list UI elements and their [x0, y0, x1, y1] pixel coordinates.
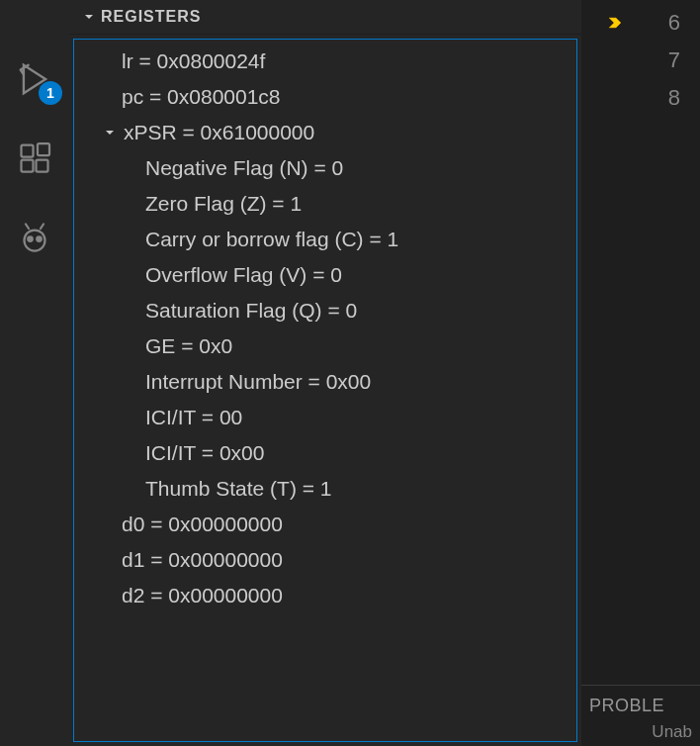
svg-point-5	[28, 236, 33, 241]
xpsr-ici1[interactable]: ICI/IT = 00	[74, 400, 576, 435]
xpsr-ici2[interactable]: ICI/IT = 0x00	[74, 435, 576, 471]
register-pc[interactable]: pc = 0x080001c8	[74, 79, 576, 115]
xpsr-interrupt[interactable]: Interrupt Number = 0x00	[74, 364, 576, 400]
problems-tab[interactable]: PROBLE	[589, 696, 692, 716]
chevron-down-icon	[81, 9, 97, 25]
xpsr-flag-q[interactable]: Saturation Flag (Q) = 0	[74, 293, 576, 328]
current-line-marker-icon	[607, 15, 623, 31]
register-lr[interactable]: lr = 0x0800024f	[74, 44, 576, 79]
xpsr-ge[interactable]: GE = 0x0	[74, 328, 576, 364]
svg-rect-3	[38, 143, 49, 155]
register-d2[interactable]: d2 = 0x00000000	[74, 578, 576, 613]
section-title: REGISTERS	[101, 8, 201, 26]
run-badge: 1	[39, 81, 62, 105]
run-debug-icon[interactable]: 1	[15, 59, 54, 99]
bottom-panel: PROBLE Unab	[581, 685, 700, 746]
registers-tree[interactable]: lr = 0x0800024f pc = 0x080001c8 xPSR = 0…	[73, 39, 577, 742]
xpsr-thumb[interactable]: Thumb State (T) = 1	[74, 471, 576, 507]
register-xpsr[interactable]: xPSR = 0x61000000	[74, 115, 576, 150]
debug-sidebar: REGISTERS lr = 0x0800024f pc = 0x080001c…	[69, 0, 581, 746]
xpsr-flag-c[interactable]: Carry or borrow flag (C) = 1	[74, 222, 576, 257]
line-number: 7	[631, 47, 680, 73]
chevron-down-icon	[102, 125, 118, 140]
xpsr-flag-v[interactable]: Overflow Flag (V) = 0	[74, 257, 576, 293]
svg-rect-2	[37, 160, 48, 172]
xpsr-flag-z[interactable]: Zero Flag (Z) = 1	[74, 186, 576, 222]
unab-text: Unab	[589, 722, 692, 742]
svg-point-6	[37, 236, 42, 241]
editor-panel: 6 7 8 PROBLE Unab	[581, 0, 700, 746]
register-d0[interactable]: d0 = 0x00000000	[74, 507, 576, 542]
register-d1[interactable]: d1 = 0x00000000	[74, 542, 576, 578]
platformio-icon[interactable]	[15, 218, 54, 257]
line-number: 6	[631, 10, 680, 36]
activity-bar: 1	[0, 0, 69, 746]
line-numbers: 6 7 8	[581, 0, 700, 117]
xpsr-flag-n[interactable]: Negative Flag (N) = 0	[74, 150, 576, 186]
extensions-icon[interactable]	[15, 139, 54, 178]
line-number: 8	[631, 85, 680, 111]
svg-rect-1	[22, 160, 34, 172]
line-row[interactable]: 8	[581, 79, 700, 117]
registers-section-header[interactable]: REGISTERS	[69, 0, 581, 35]
line-row[interactable]: 6	[581, 4, 700, 42]
line-row[interactable]: 7	[581, 42, 700, 79]
svg-rect-0	[22, 145, 34, 157]
